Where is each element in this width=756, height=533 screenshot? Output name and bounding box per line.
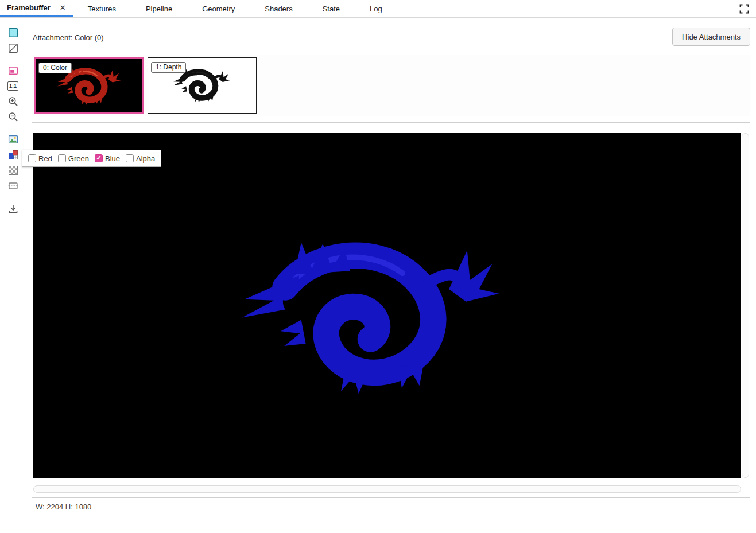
horizontal-scrollbar[interactable] (33, 485, 741, 493)
channel-label: Blue (105, 154, 120, 163)
checkbox-icon[interactable] (58, 154, 66, 162)
framebuffer-image (228, 216, 513, 410)
channel-green-checkbox[interactable]: Green (58, 154, 89, 163)
tab-state[interactable]: State (308, 0, 355, 17)
tab-bar: Framebuffer ✕ Textures Pipeline Geometry… (0, 0, 756, 18)
channel-red-checkbox[interactable]: Red (28, 154, 52, 163)
tab-log[interactable]: Log (355, 0, 397, 17)
framebuffer-canvas[interactable] (33, 133, 741, 478)
tab-geometry[interactable]: Geometry (187, 0, 250, 17)
flip-vertical-icon[interactable] (6, 179, 20, 193)
left-toolbar: 1:1 (0, 18, 26, 533)
one-to-one-label: 1:1 (7, 81, 18, 91)
channel-blue-checkbox[interactable]: Blue (95, 154, 120, 163)
save-image-icon[interactable] (6, 202, 20, 216)
checkbox-icon[interactable] (28, 154, 36, 162)
channel-alpha-checkbox[interactable]: Alpha (126, 154, 155, 163)
no-background-icon[interactable] (6, 41, 20, 55)
checkbox-icon[interactable] (126, 154, 134, 162)
hide-attachments-button[interactable]: Hide Attachments (672, 28, 750, 46)
channel-label: Green (68, 154, 89, 163)
fullscreen-icon[interactable] (738, 3, 750, 14)
attachment-header-label: Attachment: Color (0) (33, 33, 104, 42)
alpha-checkerboard-icon[interactable] (6, 164, 20, 177)
fit-to-window-icon[interactable] (6, 64, 20, 77)
attachment-label-chip: 0: Color (38, 63, 72, 73)
checkbox-checked-icon[interactable] (95, 154, 103, 162)
attachment-thumbnail-depth[interactable]: 1: Depth (148, 57, 257, 114)
vertical-scrollbar[interactable] (742, 133, 749, 478)
one-to-one-icon[interactable]: 1:1 (6, 79, 20, 93)
tab-label: Framebuffer (7, 3, 51, 12)
image-size-status: W: 2204 H: 1080 (36, 503, 91, 511)
tab-shaders[interactable]: Shaders (250, 0, 307, 17)
tab-pipeline[interactable]: Pipeline (131, 0, 187, 17)
tab-textures[interactable]: Textures (73, 0, 131, 17)
channels-icon[interactable] (6, 148, 20, 162)
attachment-label-chip: 1: Depth (151, 62, 186, 73)
framebuffer-viewport (32, 122, 750, 498)
attachment-thumbnail-color[interactable]: 0: Color (34, 57, 144, 114)
zoom-in-icon[interactable] (6, 95, 20, 108)
background-color-swatch-icon[interactable] (6, 26, 20, 40)
channel-label: Alpha (136, 154, 155, 163)
zoom-out-icon[interactable] (6, 110, 20, 124)
show-image-icon[interactable] (6, 133, 20, 146)
close-icon[interactable]: ✕ (60, 4, 66, 11)
attachments-panel: 0: Color 1: Depth (32, 55, 750, 116)
channel-label: Red (38, 154, 52, 163)
tab-framebuffer[interactable]: Framebuffer ✕ (0, 0, 73, 17)
channel-toolbar: Red Green Blue Alpha (22, 150, 161, 167)
